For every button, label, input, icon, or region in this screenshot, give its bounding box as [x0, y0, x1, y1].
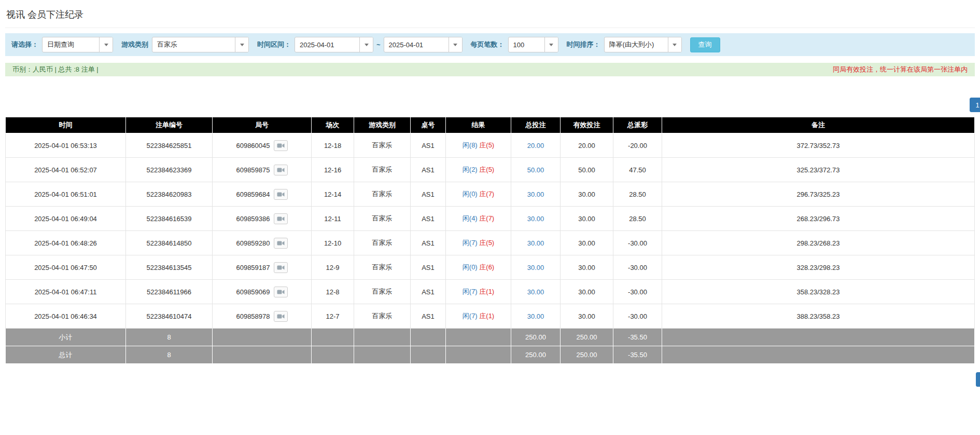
video-replay-button[interactable]: [274, 140, 288, 151]
cell-result: 闲(4) 庄(7): [446, 207, 511, 231]
page-size-select[interactable]: 100: [508, 37, 558, 52]
round-id-wrap: 609859386: [236, 213, 287, 224]
cell-payout: 47.50: [613, 158, 662, 182]
column-header-0: 时间: [6, 117, 126, 133]
cell-remark: 328.23/298.23: [662, 255, 975, 280]
chevron-down-icon[interactable]: [99, 37, 113, 52]
date-to-select[interactable]: 2025-04-01: [384, 37, 463, 52]
cell-valid-bet: 30.00: [561, 304, 613, 329]
cell-game-type: 百家乐: [354, 231, 411, 255]
query-type-select[interactable]: 日期查询: [42, 37, 113, 52]
total-bet-link[interactable]: 30.00: [527, 239, 544, 247]
footer-empty-cell: [411, 329, 446, 346]
cell-remark: 388.23/358.23: [662, 304, 975, 329]
cell-result: 闲(8) 庄(5): [446, 133, 511, 158]
footer-valid-bet: 250.00: [561, 346, 613, 364]
total-bet-link[interactable]: 20.00: [527, 142, 544, 149]
date-from-select[interactable]: 2025-04-01: [295, 37, 373, 52]
cell-payout: -20.00: [613, 133, 662, 158]
cell-time: 2025-04-01 06:47:50: [6, 255, 126, 280]
video-replay-button[interactable]: [274, 287, 288, 297]
cell-result: 闲(7) 庄(1): [446, 280, 511, 304]
cell-remark: 268.23/296.73: [662, 207, 975, 231]
result-player: 闲(2): [463, 166, 478, 173]
notice-text: 同局有效投注，统一计算在该局第一张注单内: [833, 65, 968, 74]
caret-down-icon: [453, 44, 457, 46]
cell-game-type: 百家乐: [354, 207, 411, 231]
page-number-button[interactable]: 1: [976, 372, 980, 387]
chevron-down-icon[interactable]: [668, 37, 681, 52]
cell-bet-id: 522384625851: [126, 133, 213, 158]
footer-empty-cell: [213, 346, 312, 364]
sort-order-select[interactable]: 降幂(由大到小): [604, 37, 682, 52]
cell-table-no: AS1: [411, 304, 446, 329]
cell-round-id: 609859069: [213, 280, 312, 304]
cell-payout: -30.00: [613, 280, 662, 304]
game-type-value: 百家乐: [152, 37, 235, 52]
caret-down-icon: [365, 44, 369, 46]
table-foot: 小计8250.00250.00-35.50总计8250.00250.00-35.…: [6, 329, 975, 364]
chevron-down-icon[interactable]: [544, 37, 558, 52]
page-number-button[interactable]: 1: [970, 98, 980, 112]
video-replay-button[interactable]: [274, 238, 288, 249]
result-player: 闲(7): [463, 312, 478, 320]
total-bet-link[interactable]: 50.00: [527, 166, 544, 174]
round-id-wrap: 609859875: [236, 165, 287, 175]
cell-remark: 325.23/372.73: [662, 158, 975, 182]
table-row: 2025-04-01 06:51:01522384620983609859684…: [6, 182, 975, 207]
video-replay-button[interactable]: [274, 262, 288, 273]
cell-bet-id: 522384616539: [126, 207, 213, 231]
sort-order-label: 时间排序：: [567, 40, 600, 49]
cell-table-no: AS1: [411, 231, 446, 255]
chevron-down-icon[interactable]: [449, 37, 462, 52]
chevron-down-icon[interactable]: [359, 37, 373, 52]
round-id-text: 609859684: [236, 191, 270, 198]
footer-remark: [662, 329, 975, 346]
betting-records-page: 视讯 会员下注纪录 请选择： 日期查询 游戏类别 百家乐 时间区间： 2025-…: [0, 0, 980, 387]
result-player: 闲(4): [463, 214, 478, 222]
cell-total-bet: 30.00: [511, 255, 561, 280]
video-replay-button[interactable]: [274, 165, 288, 175]
cell-round-id: 609859875: [213, 158, 312, 182]
cell-valid-bet: 30.00: [561, 182, 613, 207]
query-type-label: 请选择：: [11, 40, 38, 49]
total-bet-link[interactable]: 30.00: [527, 312, 544, 320]
video-replay-button[interactable]: [274, 213, 288, 224]
column-header-7: 总投注: [511, 117, 561, 133]
cell-total-bet: 30.00: [511, 231, 561, 255]
footer-empty-cell: [354, 346, 411, 364]
round-id-text: 609860045: [236, 142, 270, 149]
video-camera-icon: [277, 289, 285, 295]
cell-total-bet: 50.00: [511, 158, 561, 182]
result-banker: 庄(1): [479, 288, 494, 295]
video-replay-button[interactable]: [274, 311, 288, 322]
cell-valid-bet: 20.00: [561, 133, 613, 158]
cell-payout: -30.00: [613, 255, 662, 280]
column-header-2: 局号: [213, 117, 312, 133]
cell-round-id: 609859280: [213, 231, 312, 255]
date-range-label: 时间区间：: [257, 40, 291, 49]
query-button[interactable]: 查询: [690, 37, 720, 52]
column-header-10: 备注: [662, 117, 975, 133]
round-id-wrap: 609859684: [236, 189, 287, 200]
round-id-wrap: 609858978: [236, 311, 287, 322]
column-header-4: 游戏类别: [354, 117, 411, 133]
chevron-down-icon[interactable]: [235, 37, 248, 52]
video-replay-button[interactable]: [274, 189, 288, 200]
cell-game-type: 百家乐: [354, 255, 411, 280]
table-row: 2025-04-01 06:52:07522384623369609859875…: [6, 158, 975, 182]
total-bet-link[interactable]: 30.00: [527, 191, 544, 198]
game-type-select[interactable]: 百家乐: [152, 37, 249, 52]
video-camera-icon: [277, 192, 285, 197]
result-player: 闲(0): [463, 263, 478, 271]
cell-session: 12-8: [312, 280, 354, 304]
video-camera-icon: [277, 216, 285, 222]
footer-empty-cell: [446, 346, 511, 364]
total-bet-link[interactable]: 30.00: [527, 215, 544, 223]
cell-time: 2025-04-01 06:49:04: [6, 207, 126, 231]
cell-table-no: AS1: [411, 255, 446, 280]
total-bet-link[interactable]: 30.00: [527, 264, 544, 271]
cell-session: 12-10: [312, 231, 354, 255]
video-camera-icon: [277, 167, 285, 173]
total-bet-link[interactable]: 30.00: [527, 288, 544, 296]
